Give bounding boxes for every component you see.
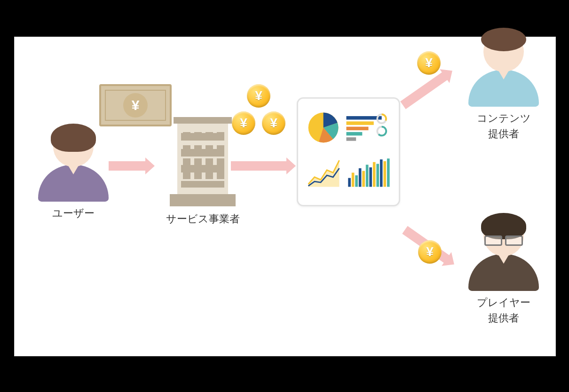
svg-rect-16 [373,162,376,187]
building-icon [170,112,236,206]
arrow-user-to-service [109,161,146,171]
svg-rect-15 [369,167,372,187]
yen-coin-icon [417,51,441,75]
yen-coin-icon [262,111,285,135]
svg-rect-14 [366,165,369,187]
diagram-canvas: ユーザー ¥ [14,37,556,356]
content-provider-avatar-icon [471,31,537,107]
svg-rect-1 [346,116,381,120]
node-content-label-2: 提供者 [461,126,546,141]
node-content-label-1: コンテンツ [461,110,546,126]
glasses-icon [484,235,523,244]
dashboard-icon [297,97,400,206]
arrow-service-to-dc3 [231,161,287,171]
svg-rect-13 [362,171,365,187]
node-player-label-1: プレイヤー [461,295,546,310]
svg-rect-12 [359,168,362,187]
node-dc3: DC3が集計 [297,97,410,116]
svg-rect-3 [346,127,368,131]
node-service-label: サービス事業者 [151,211,254,227]
node-user: ユーザー [33,126,113,221]
arrow-dc3-to-content [400,72,448,109]
svg-rect-10 [352,172,355,187]
svg-rect-11 [355,175,358,187]
yen-icon: ¥ [123,93,148,118]
player-provider-avatar-icon [471,216,537,291]
svg-rect-5 [346,137,356,141]
svg-rect-4 [346,132,362,136]
yen-coin-icon [418,240,442,264]
node-user-label: ユーザー [33,205,113,221]
node-player-label-2: 提供者 [461,310,546,326]
node-player-provider: プレイヤー 提供者 [461,216,546,326]
yen-coin-icon [247,84,270,108]
svg-rect-9 [348,178,351,187]
svg-rect-20 [387,158,390,187]
node-content-provider: コンテンツ 提供者 [461,31,546,141]
svg-rect-19 [383,161,386,187]
svg-rect-17 [376,164,379,187]
user-avatar-icon [40,126,106,202]
svg-rect-2 [346,121,373,125]
yen-coin-icon [232,111,255,135]
svg-rect-18 [380,159,383,187]
